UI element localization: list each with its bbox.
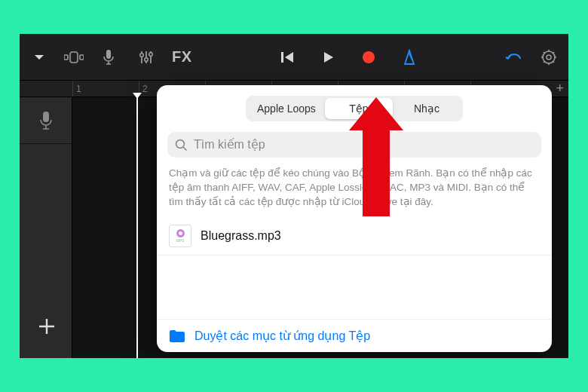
svg-point-5 — [145, 57, 149, 61]
browse-files-label: Duyệt các mục từ ứng dụng Tệp — [194, 329, 370, 343]
settings-icon[interactable] — [535, 44, 562, 71]
loop-browser-popover: Apple Loops Tệp Nhạc Chạm và giữ các tệp… — [157, 85, 552, 352]
track-header[interactable] — [20, 97, 72, 144]
add-track-button[interactable] — [32, 311, 62, 341]
browse-files-row[interactable]: Duyệt các mục từ ứng dụng Tệp — [157, 319, 552, 352]
svg-point-6 — [149, 52, 153, 56]
svg-rect-2 — [80, 55, 84, 60]
track-view-button[interactable] — [60, 44, 87, 71]
tab-music[interactable]: Nhạc — [393, 98, 461, 119]
fx-button[interactable]: FX — [167, 48, 197, 66]
play-button[interactable] — [314, 44, 341, 71]
toolbar: FX — [20, 34, 568, 81]
file-list: MP3 Bluegrass.mp3 — [157, 217, 552, 319]
metronome-icon[interactable] — [396, 44, 423, 71]
file-name: Bluegrass.mp3 — [201, 229, 281, 243]
svg-point-11 — [547, 55, 551, 60]
app-frame: FX 1 2 — [20, 34, 568, 358]
svg-rect-1 — [70, 52, 78, 63]
rewind-button[interactable] — [274, 44, 301, 71]
svg-point-21 — [176, 139, 185, 148]
svg-point-4 — [140, 53, 144, 57]
mic-icon[interactable] — [95, 44, 122, 71]
file-row[interactable]: MP3 Bluegrass.mp3 — [157, 217, 552, 256]
svg-line-22 — [183, 147, 187, 151]
source-segmented-control: Apple Loops Tệp Nhạc — [246, 96, 463, 121]
add-marker-icon[interactable]: + — [556, 81, 564, 96]
audio-file-icon: MP3 — [169, 225, 191, 247]
svg-point-8 — [363, 51, 375, 63]
sliders-icon[interactable] — [133, 44, 160, 71]
folder-icon — [169, 329, 185, 343]
disclosure-button[interactable] — [26, 44, 53, 71]
tab-files[interactable]: Tệp — [325, 98, 393, 119]
svg-rect-0 — [64, 55, 68, 60]
svg-rect-7 — [281, 52, 283, 63]
loop-browser-button[interactable] — [501, 44, 528, 71]
ruler-mark: 1 — [72, 81, 139, 96]
svg-rect-3 — [106, 50, 111, 59]
search-icon — [175, 139, 188, 152]
tab-apple-loops[interactable]: Apple Loops — [248, 98, 325, 119]
search-input[interactable] — [194, 138, 534, 152]
svg-rect-20 — [43, 112, 49, 122]
playhead[interactable] — [136, 97, 138, 358]
record-button[interactable] — [355, 44, 382, 71]
search-field[interactable] — [167, 132, 541, 158]
hint-text: Chạm và giữ các tệp để kéo chúng vào Bộ … — [169, 167, 540, 210]
